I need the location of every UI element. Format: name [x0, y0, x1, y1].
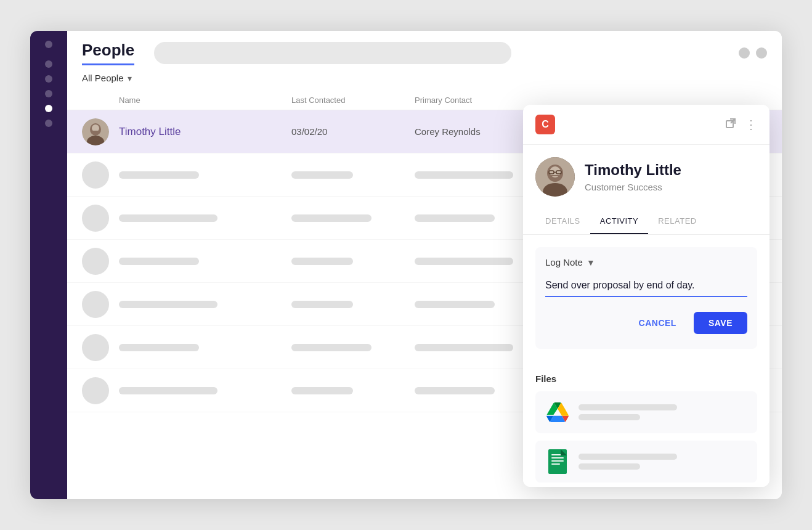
contact-role: Customer Success [585, 182, 681, 192]
last-contacted-value: 03/02/20 [291, 126, 415, 137]
skeleton-avatar [82, 161, 109, 189]
skeleton-avatar [82, 334, 109, 361]
contact-avatar [535, 157, 575, 197]
sidebar-item-4[interactable] [45, 90, 52, 97]
save-button[interactable]: SAVE [694, 312, 747, 334]
skeleton-contact [415, 387, 495, 394]
svg-rect-17 [551, 460, 564, 462]
contact-info: Timothy Little Customer Success [523, 145, 769, 209]
files-title: Files [535, 373, 757, 384]
google-drive-svg [546, 402, 569, 422]
svg-rect-18 [551, 463, 560, 465]
header-icons [739, 47, 767, 59]
gdrive-icon [545, 400, 570, 425]
tabs: DETAILS ACTIVITY RELATED [523, 209, 769, 235]
col-header-name: Name [119, 91, 291, 110]
person-avatar-img [82, 118, 109, 145]
files-section: Files [523, 373, 769, 487]
log-note-label: Log Note [545, 257, 583, 267]
detail-panel: C ⋮ [523, 105, 769, 487]
note-input[interactable] [545, 275, 747, 297]
search-bar[interactable] [154, 42, 511, 64]
tab-activity[interactable]: ACTIVITY [590, 209, 649, 234]
more-options-icon[interactable]: ⋮ [745, 118, 757, 131]
sidebar [30, 31, 67, 499]
skeleton-contact [415, 258, 513, 265]
skeleton-avatar [82, 205, 109, 232]
tab-details[interactable]: DETAILS [535, 209, 590, 234]
detail-header-icons: ⋮ [725, 118, 757, 132]
dropdown-arrow-icon[interactable]: ▾ [128, 73, 132, 83]
app-container: People All People ▾ Name Last Contacted … [30, 31, 782, 499]
file-name-line [579, 454, 677, 460]
subheader: All People ▾ [67, 65, 782, 91]
header-icon-2[interactable] [756, 47, 767, 59]
skeleton-avatar [82, 377, 109, 404]
skeleton-contact [415, 171, 513, 179]
header: People [67, 31, 782, 65]
file-size-line [579, 414, 640, 420]
gsheets-icon [545, 449, 570, 474]
cancel-button[interactable]: CANCEL [629, 312, 686, 334]
skeleton-date [291, 344, 371, 351]
skeleton-contact [415, 301, 495, 308]
google-sheets-svg [548, 449, 567, 474]
detail-panel-header: C ⋮ [523, 105, 769, 145]
crm-logo: C [535, 115, 555, 134]
file-meta-gsheets [579, 454, 747, 470]
external-link-icon[interactable] [725, 118, 736, 132]
all-people-label[interactable]: All People [82, 73, 124, 83]
svg-rect-10 [549, 175, 561, 176]
skeleton-name [119, 214, 217, 222]
skeleton-name [119, 387, 217, 394]
avatar [82, 118, 109, 145]
skeleton-contact [415, 344, 513, 351]
sidebar-item-2[interactable] [45, 60, 52, 68]
skeleton-date [291, 214, 371, 222]
page-title: People [82, 41, 134, 65]
svg-rect-16 [551, 457, 564, 459]
contact-name: Timothy Little [585, 161, 681, 179]
file-item-gsheets[interactable] [535, 441, 757, 483]
header-icon-1[interactable] [739, 47, 750, 59]
skeleton-contact [415, 214, 495, 222]
action-buttons: CANCEL SAVE [545, 307, 747, 339]
tab-related[interactable]: RELATED [648, 209, 707, 234]
log-note-dropdown-icon[interactable]: ▼ [587, 258, 595, 267]
skeleton-name [119, 301, 217, 308]
col-header-avatar [82, 91, 119, 110]
contact-avatar-img [535, 157, 575, 197]
skeleton-name [119, 171, 199, 179]
activity-section: Log Note ▼ CANCEL SAVE [523, 235, 769, 373]
svg-rect-4 [91, 131, 100, 132]
skeleton-date [291, 387, 353, 394]
file-item-gdrive[interactable] [535, 391, 757, 433]
col-header-last-contacted: Last Contacted [291, 91, 415, 110]
log-note-box: Log Note ▼ CANCEL SAVE [535, 247, 757, 349]
skeleton-date [291, 258, 353, 265]
skeleton-avatar [82, 248, 109, 275]
file-meta-gdrive [579, 404, 747, 420]
sidebar-item-1[interactable] [45, 41, 52, 48]
sidebar-item-6[interactable] [45, 120, 52, 127]
file-name-line [579, 404, 677, 410]
skeleton-avatar [82, 291, 109, 318]
log-note-header: Log Note ▼ [545, 257, 747, 267]
file-size-line [579, 463, 640, 470]
skeleton-name [119, 258, 199, 265]
skeleton-date [291, 301, 353, 308]
sidebar-item-3[interactable] [45, 75, 52, 83]
sidebar-item-5[interactable] [45, 105, 52, 112]
person-name: Timothy Little [119, 126, 291, 138]
contact-text: Timothy Little Customer Success [585, 161, 681, 192]
skeleton-name [119, 344, 199, 351]
skeleton-date [291, 171, 353, 179]
